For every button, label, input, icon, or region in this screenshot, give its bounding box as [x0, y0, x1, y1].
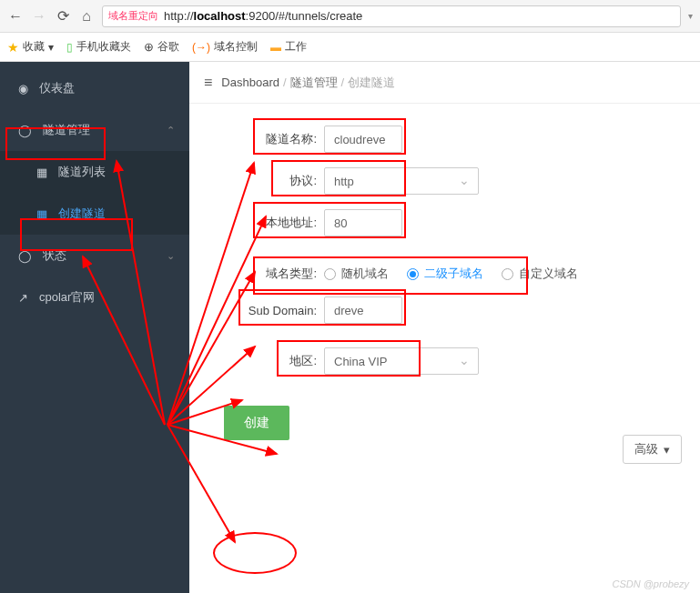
bookmark-fav[interactable]: ★收藏 ▾ — [7, 39, 54, 55]
breadcrumb: Dashboard/隧道管理/创建隧道 — [221, 75, 395, 91]
annotation-box — [20, 218, 133, 251]
addr-input[interactable] — [324, 209, 402, 236]
create-button[interactable]: 创建 — [224, 406, 289, 440]
annotation-box — [5, 127, 106, 160]
bookmarks-bar: ★收藏 ▾ ▯手机收藏夹 ⊕谷歌 (→)域名控制 ▬工作 — [0, 33, 700, 62]
domain-type-label: 域名类型: — [198, 266, 317, 282]
external-link-icon: ↗ — [18, 291, 28, 305]
grid-icon: ▦ — [36, 166, 47, 179]
advanced-button[interactable]: 高级▾ — [623, 435, 682, 464]
star-icon: ★ — [7, 40, 19, 55]
address-bar[interactable]: 域名重定向 http://localhost:9200/#/tunnels/cr… — [102, 5, 681, 27]
chevron-down-icon: ▾ — [664, 443, 670, 457]
folder-icon: ▬ — [270, 41, 281, 54]
tunnel-form: 隧道名称: 协议: 本地地址: 域名类型: 随机域名 二级子域 — [189, 104, 700, 455]
home-button[interactable]: ⌂ — [78, 8, 95, 25]
cpolar-icon: (→) — [192, 41, 210, 54]
gauge-icon: ◉ — [18, 82, 28, 95]
chevron-down-icon: ⌄ — [167, 250, 175, 262]
proto-label: 协议: — [198, 173, 317, 189]
forward-button[interactable]: → — [31, 8, 47, 25]
radio-custom-domain[interactable]: 自定义域名 — [502, 266, 578, 282]
topbar: ≡ Dashboard/隧道管理/创建隧道 — [189, 62, 700, 104]
proto-select[interactable] — [324, 167, 479, 195]
radio-sub-domain[interactable]: 二级子域名 — [407, 266, 483, 282]
addr-label: 本地地址: — [198, 215, 317, 231]
addr-dropdown-icon[interactable]: ▾ — [688, 11, 693, 21]
globe-icon: ⊕ — [144, 40, 154, 54]
radio-random-domain[interactable]: 随机域名 — [324, 266, 389, 282]
url-text: http://localhost:9200/#/tunnels/create — [164, 9, 362, 23]
sidebar-item-official[interactable]: ↗ cpolar官网 — [0, 276, 189, 318]
subdomain-label: Sub Domain: — [198, 304, 317, 317]
watermark: CSDN @probezy — [612, 578, 689, 589]
menu-toggle-icon[interactable]: ≡ — [204, 75, 212, 91]
sidebar-item-dashboard[interactable]: ◉ 仪表盘 — [0, 62, 189, 109]
name-input[interactable] — [324, 126, 402, 153]
sidebar-label: cpolar官网 — [39, 289, 95, 306]
subdomain-input[interactable] — [324, 296, 402, 324]
name-label: 隧道名称: — [198, 131, 317, 147]
reload-button[interactable]: ⟳ — [55, 8, 71, 25]
region-label: 地区: — [198, 353, 317, 369]
back-button[interactable]: ← — [7, 8, 24, 25]
chevron-up-icon: ⌃ — [167, 125, 175, 136]
bookmark-work[interactable]: ▬工作 — [270, 39, 307, 55]
sidebar-label: 隧道列表 — [58, 164, 106, 180]
bookmark-mobile[interactable]: ▯手机收藏夹 — [66, 39, 131, 55]
sidebar-label: 仪表盘 — [39, 80, 75, 96]
browser-toolbar: ← → ⟳ ⌂ 域名重定向 http://localhost:9200/#/tu… — [0, 0, 700, 33]
bookmark-domain[interactable]: (→)域名控制 — [192, 39, 258, 55]
sidebar: ◉ 仪表盘 ◯ 隧道管理 ⌃ ▦ 隧道列表 ▦ 创建隧道 ◯ 状态 ⌄ ↗ cp… — [0, 62, 189, 593]
annotation-ellipse — [213, 532, 297, 574]
mobile-icon: ▯ — [66, 41, 73, 54]
redirect-tag: 域名重定向 — [108, 9, 158, 23]
region-select[interactable] — [324, 347, 479, 375]
main-content: ≡ Dashboard/隧道管理/创建隧道 隧道名称: 协议: 本地地址: — [189, 62, 700, 593]
bookmark-google[interactable]: ⊕谷歌 — [144, 39, 179, 55]
